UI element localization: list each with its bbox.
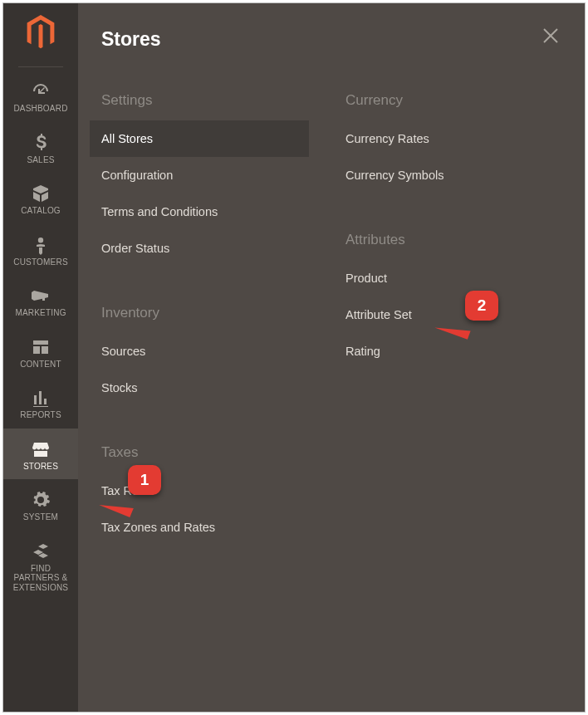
nav-item-catalog[interactable]: CATALOG <box>3 173 78 224</box>
nav-item-partners[interactable]: FIND PARTNERS & EXTENSIONS <box>3 531 78 601</box>
menu-item[interactable]: Product <box>334 260 553 296</box>
group-heading: Currency <box>345 92 553 109</box>
dashboard-icon <box>31 81 51 102</box>
group-heading: Attributes <box>345 232 553 248</box>
dollar-icon <box>31 132 51 154</box>
magento-logo[interactable] <box>26 15 56 53</box>
nav-label: CATALOG <box>17 206 64 216</box>
megaphone-icon <box>31 285 51 306</box>
group-heading: Taxes <box>101 444 309 461</box>
menu-item[interactable]: Rating <box>334 333 553 370</box>
gear-icon <box>31 489 51 511</box>
nav-item-dashboard[interactable]: DASHBOARD <box>3 71 78 122</box>
menu-item[interactable]: Configuration <box>90 157 309 193</box>
menu-list: Currency RatesCurrency Symbols <box>345 120 553 193</box>
blocks-icon <box>31 541 51 562</box>
nav-item-stores[interactable]: STORES <box>3 429 78 480</box>
admin-app: DASHBOARDSALESCATALOGCUSTOMERSMARKETINGC… <box>2 2 586 713</box>
nav-separator <box>18 66 63 67</box>
layout-icon <box>31 336 51 358</box>
menu-item[interactable]: Terms and Conditions <box>90 193 309 230</box>
menu-item[interactable]: Sources <box>90 333 309 370</box>
box-icon <box>31 183 51 204</box>
nav-label: SYSTEM <box>20 512 61 522</box>
person-icon <box>31 234 51 256</box>
menu-list: SourcesStocks <box>101 333 309 406</box>
menu-item[interactable]: Currency Rates <box>334 120 553 157</box>
nav-item-customers[interactable]: CUSTOMERS <box>3 224 78 276</box>
nav-label: CUSTOMERS <box>10 257 71 267</box>
nav-label: STORES <box>20 462 61 472</box>
group-heading: Inventory <box>101 305 309 321</box>
nav-label: DASHBOARD <box>10 104 71 114</box>
stores-panel: Stores SettingsAll StoresConfigurationTe… <box>78 3 585 712</box>
storefront-icon <box>31 438 51 460</box>
annotation-badge-1: 1 <box>128 465 161 495</box>
nav-label: CONTENT <box>17 360 65 370</box>
group-heading: Settings <box>101 92 309 109</box>
nav-label: MARKETING <box>12 308 69 318</box>
annotation-number: 2 <box>478 296 487 315</box>
nav-item-system[interactable]: SYSTEM <box>3 479 78 531</box>
nav-item-sales[interactable]: SALES <box>3 122 78 174</box>
nav-item-reports[interactable]: REPORTS <box>3 377 78 429</box>
nav-item-content[interactable]: CONTENT <box>3 326 78 378</box>
close-icon[interactable] <box>541 27 560 45</box>
annotation-number: 1 <box>140 471 149 489</box>
panel-title: Stores <box>101 28 553 51</box>
menu-list: ProductAttribute SetRating <box>345 260 553 370</box>
main-nav: DASHBOARDSALESCATALOGCUSTOMERSMARKETINGC… <box>3 3 78 712</box>
nav-label: SALES <box>23 155 57 165</box>
barchart-icon <box>31 387 51 409</box>
nav-item-marketing[interactable]: MARKETING <box>3 275 78 326</box>
annotation-badge-2: 2 <box>465 291 498 321</box>
menu-item[interactable]: All Stores <box>90 120 309 157</box>
panel-column: CurrencyCurrency RatesCurrency SymbolsAt… <box>345 92 553 546</box>
menu-item[interactable]: Stocks <box>90 370 309 406</box>
menu-item[interactable]: Order Status <box>90 230 309 267</box>
nav-label: REPORTS <box>17 410 65 420</box>
menu-item[interactable]: Currency Symbols <box>334 157 553 193</box>
nav-label: FIND PARTNERS & EXTENSIONS <box>3 564 78 593</box>
menu-list: All StoresConfigurationTerms and Conditi… <box>101 120 309 267</box>
